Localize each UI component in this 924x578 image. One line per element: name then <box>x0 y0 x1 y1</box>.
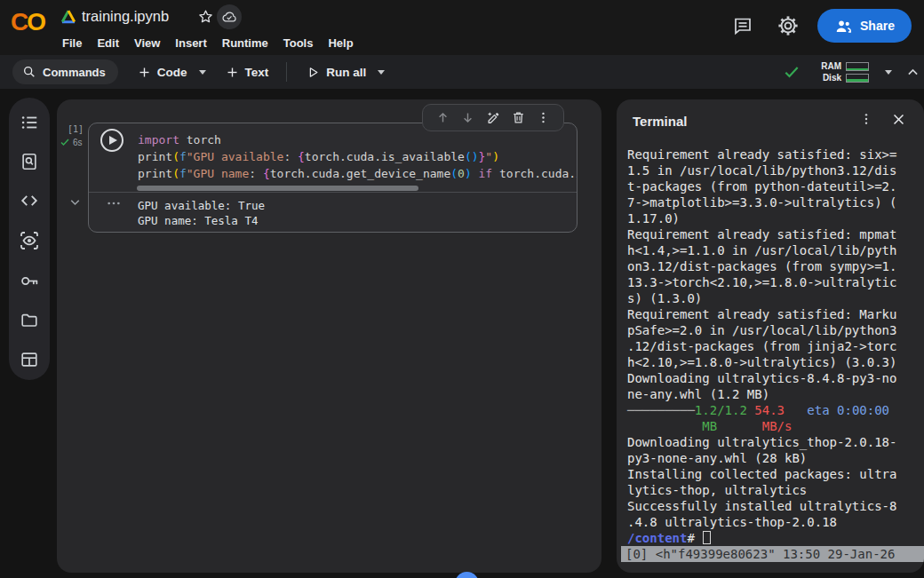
add-code-caret[interactable] <box>199 70 206 75</box>
horizontal-scrollbar[interactable] <box>137 186 418 191</box>
run-cell-button[interactable] <box>100 129 123 152</box>
delete-cell-button[interactable] <box>511 110 526 125</box>
code-lines: import torchprint(f"GPU available: {torc… <box>138 131 577 182</box>
eye-scan-icon <box>19 230 40 251</box>
sidebar-secrets-button[interactable] <box>20 271 40 291</box>
menu-tools[interactable]: Tools <box>283 36 314 50</box>
notebook-title[interactable]: training.ipynb <box>82 8 169 25</box>
execution-time: 6s <box>73 138 83 147</box>
cell-output: GPU available: TrueGPU name: Tesla T4 <box>89 192 577 233</box>
terminal-close-button[interactable] <box>890 111 906 127</box>
terminal-panel: Terminal Requirement already satisfied: … <box>617 99 924 573</box>
sidebar-find-button[interactable] <box>20 152 39 171</box>
comment-icon <box>732 15 753 36</box>
code-editor[interactable]: import torchprint(f"GPU available: {torc… <box>138 131 577 185</box>
ram-label: RAM <box>815 61 841 71</box>
share-people-icon <box>834 17 853 36</box>
toolbar-divider <box>286 62 287 82</box>
check-icon <box>60 137 70 147</box>
sidebar-variables-button[interactable] <box>20 350 39 369</box>
edit-sparkle-icon <box>485 110 501 126</box>
add-code-label: Code <box>157 66 187 79</box>
run-all-caret[interactable] <box>378 70 385 75</box>
kebab-icon <box>536 110 551 125</box>
add-text-label: Text <box>245 66 269 79</box>
close-icon <box>891 112 906 127</box>
plus-icon <box>226 66 239 79</box>
share-label: Share <box>860 19 895 33</box>
code-cell: import torchprint(f"GPU available: {torc… <box>88 123 578 233</box>
terminal-title: Terminal <box>633 114 687 129</box>
terminal-status-bar: [0] <h"f49399e80623" 13:50 29-Jan-26 <box>621 546 924 562</box>
commands-label: Commands <box>43 66 106 79</box>
sidebar-files-button[interactable] <box>20 311 39 330</box>
terminal-lines: Requirement already satisfied: six>=1.5 … <box>627 146 919 546</box>
terminal-output[interactable]: Requirement already satisfied: six>=1.5 … <box>627 146 919 546</box>
chevron-up-icon <box>905 65 920 80</box>
cloud-save-button[interactable] <box>217 4 242 29</box>
table-of-contents-icon <box>20 113 39 132</box>
scroll-fab[interactable] <box>455 572 479 578</box>
add-code-button[interactable]: Code <box>138 66 187 79</box>
disk-label: Disk <box>815 73 841 83</box>
commands-button[interactable]: Commands <box>12 59 118 84</box>
collapse-output-button[interactable] <box>68 194 83 210</box>
output-lines: GPU available: TrueGPU name: Tesla T4 <box>138 198 265 228</box>
folder-icon <box>20 311 39 330</box>
execution-count: [1] <box>68 124 84 134</box>
menu-runtime[interactable]: Runtime <box>222 36 268 50</box>
cell-toolbar <box>422 104 564 131</box>
code-icon <box>20 191 39 210</box>
check-icon <box>783 63 801 81</box>
chevron-down-icon <box>68 194 83 210</box>
move-cell-up-button[interactable] <box>435 110 450 125</box>
output-options-icon[interactable] <box>107 200 121 207</box>
plus-icon <box>138 66 151 79</box>
ram-bar <box>846 62 869 71</box>
sidebar-snippets-button[interactable] <box>20 191 39 210</box>
terminal-more-button[interactable] <box>858 111 874 127</box>
gear-icon <box>777 14 800 37</box>
arrow-down-icon <box>460 110 475 125</box>
sidebar-toc-button[interactable] <box>20 113 39 132</box>
menu-view[interactable]: View <box>134 36 160 50</box>
move-cell-down-button[interactable] <box>460 110 475 125</box>
left-sidebar <box>9 98 50 380</box>
resources-area: RAM Disk <box>783 55 922 89</box>
sidebar-gemini-button[interactable] <box>19 230 40 251</box>
colab-logo[interactable]: CO <box>11 8 44 36</box>
share-button[interactable]: Share <box>817 9 912 43</box>
titlebar: CO training.ipynb File Edit View Insert … <box>0 0 924 55</box>
colab-app: CO training.ipynb File Edit View Insert … <box>0 0 924 578</box>
run-all-button[interactable]: Run all <box>307 66 366 79</box>
menu-file[interactable]: File <box>62 36 82 50</box>
table-icon <box>20 350 39 369</box>
collapse-header-button[interactable] <box>905 65 920 80</box>
key-icon <box>20 271 40 291</box>
menu-edit[interactable]: Edit <box>97 36 119 50</box>
cloud-check-icon <box>221 9 237 25</box>
comment-button[interactable] <box>732 15 753 36</box>
find-in-page-icon <box>20 152 39 171</box>
trash-icon <box>511 110 526 125</box>
play-outline-icon <box>307 66 320 79</box>
add-text-button[interactable]: Text <box>226 66 269 79</box>
search-icon <box>22 65 36 79</box>
cell-more-button[interactable] <box>536 110 551 125</box>
kebab-icon <box>859 112 873 126</box>
menu-insert[interactable]: Insert <box>175 36 206 50</box>
menu-help[interactable]: Help <box>328 36 353 50</box>
resources-caret[interactable] <box>885 70 892 75</box>
execution-status: 6s <box>60 137 83 147</box>
run-all-label: Run all <box>326 66 366 79</box>
resources-button[interactable]: RAM Disk <box>815 61 869 83</box>
edit-cell-button[interactable] <box>485 110 501 126</box>
arrow-up-icon <box>435 110 450 125</box>
toolbar: Commands Code Text Run all RAM Dis <box>0 55 924 89</box>
menu-bar: File Edit View Insert Runtime Tools Help <box>62 32 354 53</box>
disk-bar <box>846 74 869 83</box>
play-icon <box>109 136 117 145</box>
star-icon[interactable] <box>197 8 214 25</box>
settings-button[interactable] <box>777 14 800 37</box>
drive-icon <box>60 9 76 24</box>
